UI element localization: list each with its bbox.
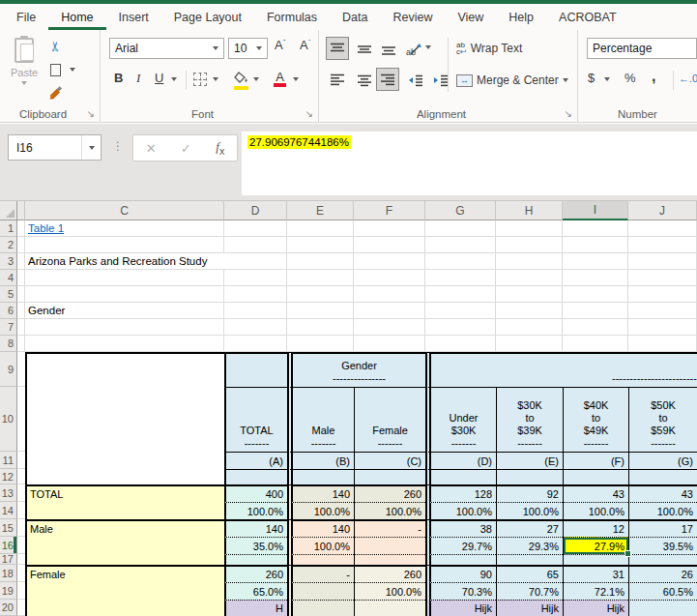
row-header-6[interactable]: 6	[0, 303, 17, 319]
cell[interactable]	[17, 286, 25, 303]
cell[interactable]	[287, 336, 354, 352]
cell-f20[interactable]	[354, 600, 425, 616]
cell[interactable]	[287, 270, 354, 286]
gender-banner-cell[interactable]: Gender---------------	[287, 352, 425, 387]
cell-e13[interactable]: 140	[287, 484, 354, 502]
clipboard-dialog-launcher[interactable]: ↘	[87, 109, 95, 119]
cell[interactable]	[563, 253, 628, 270]
cell-d17[interactable]	[224, 554, 287, 565]
cell-h12[interactable]	[496, 469, 563, 484]
cell-h14[interactable]: 100.0%	[496, 502, 563, 519]
borders-button[interactable]	[193, 73, 207, 90]
cell[interactable]	[563, 286, 628, 303]
tab-insert[interactable]: Insert	[106, 4, 161, 30]
cell[interactable]	[563, 336, 628, 352]
cell[interactable]	[496, 220, 563, 237]
cell[interactable]	[354, 270, 425, 286]
font-color-caret[interactable]	[293, 77, 299, 81]
cell-j20[interactable]	[628, 600, 697, 616]
cell[interactable]	[496, 237, 563, 253]
cell-e12[interactable]	[287, 469, 354, 484]
cell[interactable]	[25, 319, 224, 336]
cell-d19[interactable]: 65.0%	[224, 582, 287, 600]
increase-indent-button[interactable]	[429, 69, 452, 92]
cell[interactable]	[17, 554, 25, 565]
cut-button[interactable]: ✂	[44, 37, 66, 56]
cell-f16[interactable]	[354, 537, 425, 554]
name-box[interactable]: I16	[8, 134, 102, 161]
row-header-10[interactable]: 10	[0, 387, 17, 452]
copy-button[interactable]	[44, 60, 66, 79]
column-header-g[interactable]: G	[425, 201, 496, 220]
row-header-14[interactable]: 14	[0, 502, 17, 519]
cell-gender-label[interactable]: Gender	[25, 303, 224, 319]
row-header-9[interactable]: 9	[0, 352, 17, 387]
cell-i15[interactable]: 12	[563, 519, 628, 537]
column-header-hidden[interactable]	[17, 201, 25, 220]
cell-e14[interactable]: 100.0%	[287, 502, 354, 519]
cell-i12[interactable]	[563, 469, 628, 484]
cell[interactable]	[425, 270, 496, 286]
row-header-4[interactable]: 4	[0, 270, 17, 286]
cell[interactable]	[354, 303, 425, 319]
cell[interactable]	[17, 220, 25, 237]
cell-g17[interactable]	[425, 554, 496, 565]
underline-button[interactable]: U	[155, 71, 163, 85]
cell-d12[interactable]	[224, 469, 287, 484]
cell[interactable]	[287, 303, 354, 319]
column-head-e10[interactable]: Male-------	[287, 387, 354, 452]
cell-g15[interactable]: 38	[425, 519, 496, 537]
cell[interactable]	[425, 319, 496, 336]
row-header-5[interactable]: 5	[0, 286, 17, 303]
column-header-d[interactable]: D	[224, 201, 287, 220]
cell[interactable]	[17, 484, 25, 502]
cell[interactable]	[563, 270, 628, 286]
cell[interactable]	[17, 387, 25, 452]
cell[interactable]	[628, 336, 697, 352]
cell-j16[interactable]: 39.5%	[628, 537, 697, 554]
cell[interactable]	[17, 502, 25, 519]
row-header-2[interactable]: 2	[0, 237, 17, 253]
font-dialog-launcher[interactable]: ↘	[305, 109, 313, 119]
paste-button[interactable]: Paste	[6, 35, 43, 106]
cell-j19[interactable]: 60.5%	[628, 582, 697, 600]
column-header-c[interactable]: C	[25, 201, 224, 220]
cell-i20[interactable]: Hijk	[563, 600, 628, 616]
row-header-7[interactable]: 7	[0, 319, 17, 336]
cell[interactable]	[17, 319, 25, 336]
column-head-h10[interactable]: $30Kto$39K-------	[496, 387, 563, 452]
stat-letter-h[interactable]: (E)	[496, 452, 563, 469]
cell-e15[interactable]: 140	[287, 519, 354, 537]
tab-view[interactable]: View	[445, 4, 496, 30]
wrap-text-button[interactable]: abc↩ Wrap Text	[456, 42, 522, 55]
cell[interactable]	[17, 253, 25, 270]
cell[interactable]	[17, 303, 25, 319]
increase-font-size-button[interactable]: Aˆ	[275, 38, 285, 52]
cell-f15[interactable]: -	[354, 519, 425, 537]
cell-g13[interactable]: 128	[425, 484, 496, 502]
cell[interactable]	[354, 319, 425, 336]
copy-dropdown-caret[interactable]	[70, 68, 75, 72]
middle-align-button[interactable]	[353, 38, 376, 61]
cell-g19[interactable]: 70.3%	[425, 582, 496, 600]
cell[interactable]	[17, 582, 25, 600]
merge-center-button[interactable]: ↔ Merge & Center	[456, 73, 568, 87]
cell-j14[interactable]: 100.0%	[628, 502, 697, 519]
column-head-j10[interactable]: $50Kto$59K-------	[628, 387, 697, 452]
cell[interactable]	[287, 319, 354, 336]
cell[interactable]	[17, 352, 25, 387]
font-color-button[interactable]: A	[274, 70, 286, 84]
cell[interactable]	[563, 303, 628, 319]
percent-style-button[interactable]: %	[624, 71, 636, 85]
tab-review[interactable]: Review	[380, 4, 445, 30]
cell[interactable]	[563, 237, 628, 253]
selected-cell-i16[interactable]: 27.9%	[563, 537, 628, 554]
cell[interactable]	[17, 519, 25, 537]
tab-help[interactable]: Help	[496, 4, 546, 30]
cell-h18[interactable]: 65	[496, 565, 563, 582]
cell[interactable]	[354, 286, 425, 303]
cell[interactable]	[25, 336, 224, 352]
cell-d9[interactable]	[224, 352, 287, 387]
cell-h20[interactable]: Hijk	[496, 600, 563, 616]
tab-page-layout[interactable]: Page Layout	[161, 4, 254, 30]
